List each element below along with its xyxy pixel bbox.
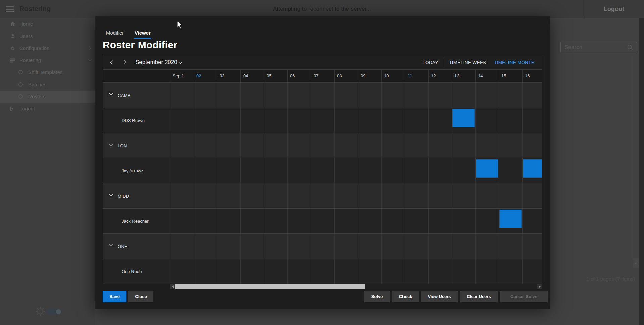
person-name-cell[interactable]: Jay Arrowz (103, 158, 170, 183)
tab-modifier[interactable]: Modifier (105, 30, 124, 38)
group-name-cell[interactable]: ONE (103, 234, 170, 259)
chevron-down-icon[interactable] (178, 61, 183, 64)
theme-toggle-switch[interactable] (47, 309, 61, 315)
person-name-cell[interactable]: DDS Brown (103, 108, 170, 133)
chevron-right-icon (89, 46, 91, 50)
cancel-solve-button[interactable]: Cancel Solve (500, 291, 548, 302)
chevron-down-icon (634, 263, 637, 266)
previous-month-button[interactable] (109, 60, 114, 65)
date-header-cell: 08 (335, 70, 358, 82)
timeline-scheduler: September 2020 TODAY TIMELINE WEEK TIMEL… (103, 55, 542, 284)
date-header-cell: 09 (358, 70, 382, 82)
timeline-cells[interactable] (170, 183, 542, 208)
date-header-cell: 05 (264, 70, 288, 82)
check-button[interactable]: Check (392, 291, 419, 302)
group-name-cell[interactable]: LON (103, 133, 170, 158)
timeline-cells[interactable] (170, 133, 542, 158)
timeline-cells[interactable] (170, 108, 542, 133)
radio-circle-icon (18, 70, 23, 74)
group-row[interactable]: ONE (103, 233, 542, 259)
clear-users-button[interactable]: Clear Users (460, 291, 498, 302)
reconnect-notification: Attempting to reconnect to the server... (0, 6, 644, 12)
group-row[interactable]: LON (103, 133, 542, 158)
close-button[interactable]: Close (128, 291, 153, 302)
scroll-right-button[interactable] (537, 284, 542, 289)
dialog-footer-left: Save Close (103, 291, 153, 302)
person-row[interactable]: Jack Reacher (103, 208, 542, 233)
date-header-cell: 12 (429, 70, 452, 82)
sidebar-item-shift-templates[interactable]: Shift Templates (0, 66, 95, 78)
person-name-cell[interactable]: Jack Reacher (103, 209, 170, 233)
scheduler-toolbar: September 2020 TODAY TIMELINE WEEK TIMEL… (103, 55, 542, 70)
sidebar-item-users[interactable]: Users (0, 30, 95, 42)
view-users-button[interactable]: View Users (421, 291, 458, 302)
tab-viewer[interactable]: Viewer (134, 30, 151, 39)
shift-event-block[interactable] (523, 159, 542, 178)
save-button[interactable]: Save (103, 291, 126, 302)
person-row[interactable]: One Noob (103, 259, 542, 284)
scroll-left-button[interactable] (170, 284, 175, 289)
page-scrollbar-track[interactable] (639, 18, 644, 325)
timeline-month-button[interactable]: TIMELINE MONTH (494, 60, 535, 65)
sidebar-item-batches[interactable]: Batches (0, 78, 95, 91)
chevron-down-icon[interactable] (109, 244, 113, 247)
date-header-cell: 04 (241, 70, 264, 82)
next-month-button[interactable] (123, 60, 127, 65)
date-header-cells: Sep 1 02 03 04 05 06 07 08 09 10 11 12 1… (170, 70, 542, 82)
sidebar-item-configuration[interactable]: Configuration (0, 42, 95, 54)
date-header-cell-today: 02 (194, 70, 217, 82)
person-row[interactable]: Jay Arrowz (103, 158, 542, 183)
toggle-knob (56, 309, 61, 314)
timeline-cells[interactable] (170, 158, 542, 183)
group-row[interactable]: CAMB (103, 83, 542, 108)
radio-circle-icon (18, 94, 23, 99)
today-button[interactable]: TODAY (423, 60, 438, 65)
page-size-dropdown[interactable] (633, 258, 639, 268)
shift-event-block[interactable] (499, 210, 522, 228)
group-name-cell[interactable]: CAMB (103, 83, 170, 108)
group-name-cell[interactable]: MIDD (103, 183, 170, 208)
user-icon (10, 34, 15, 39)
shift-event-block[interactable] (476, 159, 498, 178)
date-header-cell: 06 (288, 70, 311, 82)
timeline-cells[interactable] (170, 83, 542, 108)
sidebar-item-rosters[interactable]: Rosters (0, 91, 95, 103)
scrollbar-thumb[interactable] (175, 284, 365, 289)
person-name-cell[interactable]: One Noob (103, 259, 170, 284)
date-header-cell: 11 (405, 70, 429, 82)
date-header-cell: Sep 1 (170, 70, 194, 82)
view-switcher: TODAY TIMELINE WEEK TIMELINE MONTH (423, 55, 535, 70)
timeline-cells[interactable] (170, 234, 542, 259)
person-row[interactable]: DDS Brown (103, 108, 542, 133)
scheduler-body: CAMB DDS Brown LON Jay Arrowz (103, 83, 542, 284)
view-switch-divider (444, 57, 444, 67)
sidebar-item-logout[interactable]: Logout (0, 103, 95, 115)
solve-button[interactable]: Solve (364, 291, 390, 302)
chevron-down-icon (88, 59, 92, 62)
horizontal-scrollbar[interactable] (170, 284, 542, 289)
gears-icon (10, 46, 15, 51)
date-header-cell: 07 (311, 70, 335, 82)
sidebar-item-rostering[interactable]: Rostering (0, 54, 95, 66)
timeline-cells[interactable] (170, 259, 542, 284)
sidebar-item-home[interactable]: Home (0, 18, 95, 30)
timeline-week-button[interactable]: TIMELINE WEEK (449, 60, 486, 65)
chevron-down-icon[interactable] (109, 143, 113, 146)
roster-modifier-dialog: Modifier Viewer Roster Modifier Septembe… (95, 16, 550, 309)
mouse-cursor (177, 21, 183, 30)
dialog-tabs: Modifier Viewer (105, 30, 159, 39)
search-input[interactable] (560, 42, 637, 52)
date-header-cell: 03 (217, 70, 241, 82)
chevron-down-icon[interactable] (109, 93, 113, 96)
logout-button[interactable]: Logout (584, 0, 644, 18)
sun-theme-icon[interactable] (35, 306, 46, 317)
chevron-down-icon[interactable] (109, 194, 113, 197)
dialog-footer-right: Solve Check View Users Clear Users Cance… (364, 291, 548, 302)
month-label[interactable]: September 2020 (135, 59, 177, 66)
date-header-cell: 10 (382, 70, 405, 82)
search-icon (627, 44, 633, 50)
triangle-left-icon (171, 285, 174, 288)
timeline-cells[interactable] (170, 209, 542, 233)
group-row[interactable]: MIDD (103, 183, 542, 208)
shift-event-block[interactable] (452, 109, 475, 127)
